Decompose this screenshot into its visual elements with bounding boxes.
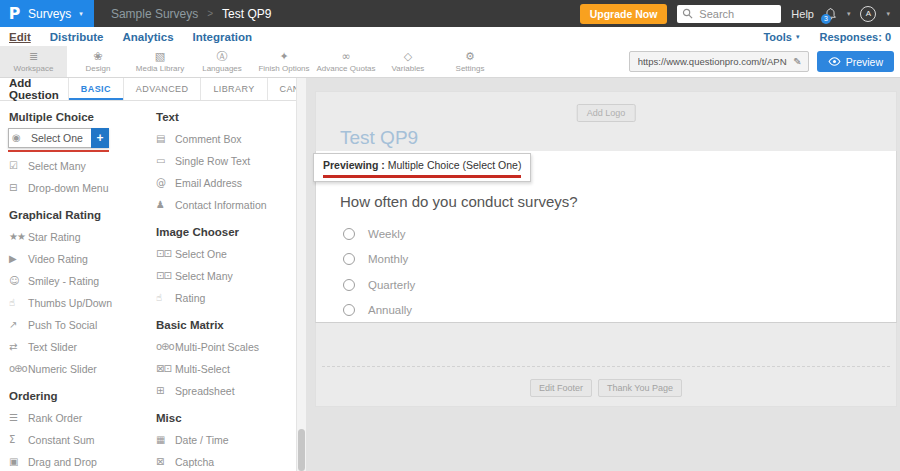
- tab-advanced[interactable]: ADVANCED: [123, 78, 201, 100]
- toolbar-item-advance-quotas[interactable]: ∞ Advance Quotas: [315, 46, 377, 77]
- toolbar-item-variables[interactable]: ◇ Variables: [377, 46, 439, 77]
- calendar-clock-icon: ▦: [156, 435, 175, 445]
- question-type-date-time[interactable]: ▦ Date / Time: [147, 429, 296, 451]
- question-type-select-many[interactable]: ☑ Select Many: [0, 155, 147, 177]
- question-type-captcha[interactable]: ⊠ Captcha: [147, 451, 296, 471]
- survey-url-field[interactable]: ✎: [629, 51, 809, 72]
- chevron-down-icon: ▾: [796, 33, 800, 41]
- add-logo-button[interactable]: Add Logo: [577, 104, 636, 122]
- question-type-push-to-social[interactable]: ↗ Push To Social: [0, 314, 147, 336]
- question-type-email-address[interactable]: @ Email Address: [147, 172, 296, 194]
- toolbar-item-languages[interactable]: Ⓐ Languages: [191, 46, 253, 77]
- toolbar-item-label: Finish Options: [258, 64, 309, 73]
- radio-list-icon: ◉: [12, 133, 31, 143]
- survey-url-input[interactable]: [636, 55, 790, 68]
- toolbar-item-finish-options[interactable]: ✦ Finish Options: [253, 46, 315, 77]
- dropdown-icon: ⊟: [9, 183, 28, 193]
- surveys-menu-button[interactable]: P Surveys ▾: [0, 0, 94, 27]
- question-type-select-one[interactable]: ◉ Select One +: [8, 128, 109, 148]
- chain-links-icon: ∞: [341, 51, 350, 63]
- workspace-toolbar: ≣ Workspace ❀ Design ▧ Media Library Ⓐ L…: [0, 46, 900, 78]
- tab-basic[interactable]: BASIC: [68, 78, 123, 100]
- radio-icon[interactable]: [343, 228, 355, 240]
- question-type-image-rating[interactable]: ☝ Rating: [147, 287, 296, 309]
- option-row-annually[interactable]: Annually: [340, 298, 896, 324]
- tab-edit[interactable]: Edit: [9, 31, 31, 43]
- notifications-button[interactable]: 3: [824, 7, 837, 21]
- upgrade-now-button[interactable]: Upgrade Now: [580, 4, 668, 24]
- tab-distribute[interactable]: Distribute: [50, 31, 104, 43]
- question-type-dropdown-menu[interactable]: ⊟ Drop-down Menu: [0, 177, 147, 199]
- tab-analytics[interactable]: Analytics: [122, 31, 173, 43]
- radio-icon[interactable]: [343, 253, 355, 265]
- question-type-label: Contact Information: [175, 199, 267, 211]
- question-type-multi-point-scales[interactable]: o⊕o Multi-Point Scales: [147, 336, 296, 358]
- panel-scrollbar-track[interactable]: [296, 78, 306, 471]
- tab-library[interactable]: LIBRARY: [200, 78, 266, 100]
- question-type-image-select-many[interactable]: ⊡⊡ Select Many: [147, 265, 296, 287]
- share-icon: ↗: [9, 320, 28, 330]
- option-label: Quarterly: [368, 279, 415, 291]
- toolbar-item-settings[interactable]: ⚙ Settings: [439, 46, 501, 77]
- topbar-actions: Upgrade Now Help 3 ▾ A ▾: [580, 4, 900, 24]
- question-type-comment-box[interactable]: ▤ Comment Box: [147, 128, 296, 150]
- footer-divider: [322, 366, 890, 367]
- question-type-image-select-one[interactable]: ⊡⊡ Select One: [147, 243, 296, 265]
- question-type-label: Star Rating: [28, 231, 81, 243]
- avatar[interactable]: A: [860, 6, 876, 22]
- survey-preview-area: Add Logo Test QP9 Previewing : Multiple …: [306, 78, 900, 471]
- section-title-graphical-rating: Graphical Rating: [9, 209, 147, 221]
- option-row-quarterly[interactable]: Quarterly: [340, 272, 896, 298]
- toolbar-item-media-library[interactable]: ▧ Media Library: [129, 46, 191, 77]
- question-type-star-rating[interactable]: ★★ Star Rating: [0, 226, 147, 248]
- option-row-monthly[interactable]: Monthly: [340, 247, 896, 273]
- stars-icon: ★★: [9, 232, 28, 242]
- person-icon: ♟: [156, 200, 175, 210]
- question-type-video-rating[interactable]: ▶ Video Rating: [0, 248, 147, 270]
- radio-icon[interactable]: [343, 304, 355, 316]
- breadcrumb: Sample Surveys > Test QP9: [111, 7, 272, 21]
- comment-box-icon: ▤: [156, 134, 175, 144]
- chevron-down-icon: ▾: [847, 10, 851, 18]
- toolbar-item-label: Workspace: [14, 64, 54, 73]
- question-type-constant-sum[interactable]: Σ Constant Sum: [0, 429, 147, 451]
- edit-url-pencil-icon[interactable]: ✎: [793, 56, 801, 67]
- toolbar-item-workspace[interactable]: ≣ Workspace: [0, 46, 67, 77]
- question-type-contact-information[interactable]: ♟ Contact Information: [147, 194, 296, 216]
- breadcrumb-parent[interactable]: Sample Surveys: [111, 7, 198, 21]
- chevron-down-icon: ▾: [79, 10, 83, 18]
- tools-menu-button[interactable]: Tools ▾: [763, 31, 799, 43]
- add-question-plus-button[interactable]: +: [91, 128, 109, 148]
- question-type-label: Select Many: [28, 160, 86, 172]
- video-icon: ▶: [9, 254, 28, 264]
- question-type-text-slider[interactable]: ⇄ Text Slider: [0, 336, 147, 358]
- responses-count[interactable]: Responses: 0: [819, 31, 891, 43]
- question-type-single-row-text[interactable]: ▭ Single Row Text: [147, 150, 296, 172]
- question-type-multi-select[interactable]: ⊠⊡ Multi-Select: [147, 358, 296, 380]
- checkbox-list-icon: ☑: [9, 161, 28, 171]
- preview-button[interactable]: Preview: [817, 51, 894, 72]
- search-input[interactable]: [697, 7, 776, 21]
- question-type-spreadsheet[interactable]: ⊞ Spreadsheet: [147, 380, 296, 402]
- question-type-smiley-rating[interactable]: ☺ Smiley - Rating: [0, 270, 147, 292]
- multi-checkbox-icon: ⊠⊡: [156, 364, 175, 374]
- panel-scrollbar-thumb[interactable]: [298, 429, 305, 471]
- toolbar-item-design[interactable]: ❀ Design: [67, 46, 129, 77]
- help-link[interactable]: Help: [791, 8, 814, 20]
- thank-you-page-button[interactable]: Thank You Page: [598, 379, 682, 397]
- survey-title[interactable]: Test QP9: [340, 127, 418, 149]
- edit-footer-button[interactable]: Edit Footer: [530, 379, 592, 397]
- question-type-numeric-slider[interactable]: o⊕o Numeric Slider: [0, 358, 147, 380]
- question-type-drag-and-drop[interactable]: ▣ Drag and Drop: [0, 451, 147, 471]
- question-type-label: Date / Time: [175, 434, 229, 446]
- search-box[interactable]: [677, 5, 781, 23]
- radio-icon[interactable]: [343, 279, 355, 291]
- question-type-label: Rank Order: [28, 412, 82, 424]
- question-type-label: Constant Sum: [28, 434, 95, 446]
- question-text[interactable]: How often do you conduct surveys?: [340, 193, 896, 210]
- tab-integration[interactable]: Integration: [193, 31, 252, 43]
- option-row-weekly[interactable]: Weekly: [340, 221, 896, 247]
- question-type-label: Video Rating: [28, 253, 88, 265]
- question-type-thumbs-up-down[interactable]: ☝ Thumbs Up/Down: [0, 292, 147, 314]
- question-type-rank-order[interactable]: ☰ Rank Order: [0, 407, 147, 429]
